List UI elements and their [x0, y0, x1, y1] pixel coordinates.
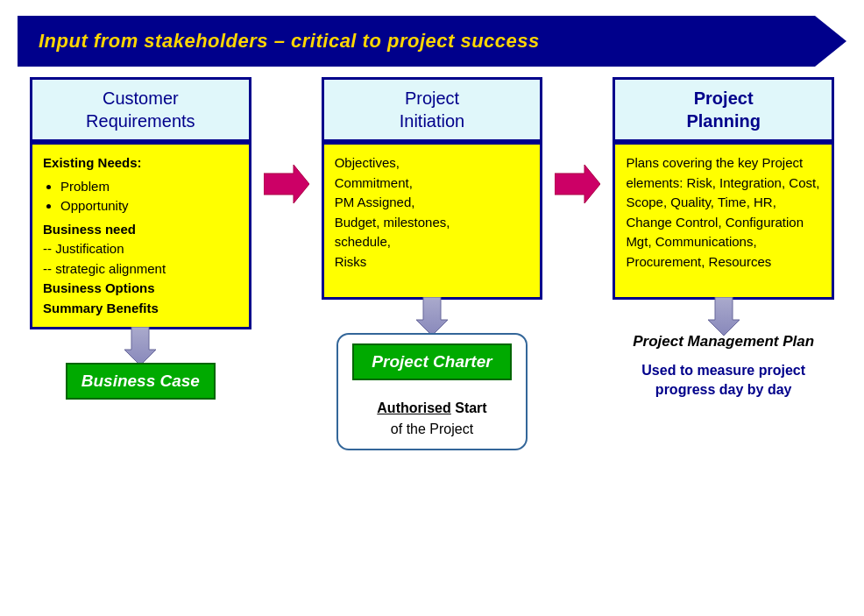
output-project-charter: Project Charter Authorised Start of the … — [336, 333, 527, 450]
banner-arrow: Input from stakeholders – critical to pr… — [18, 16, 846, 67]
header-bold-planning: ProjectPlanning — [686, 89, 760, 131]
header-text-initiation: ProjectInitiation — [400, 87, 465, 132]
yellow-box-initiation: Objectives, Commitment, PM Assigned, Bud… — [322, 142, 543, 300]
down-arrow-col3 — [708, 300, 740, 333]
authorised-word: Authorised — [377, 400, 450, 415]
summary-benefits-text: Summary Benefits — [43, 301, 159, 315]
list-item-opportunity: Opportunity — [60, 196, 238, 216]
output-business-case: Business Case — [66, 363, 216, 400]
header-project-initiation: ProjectInitiation — [322, 77, 543, 142]
svg-marker-2 — [416, 297, 448, 336]
yellow-box-customer: Existing Needs: Problem Opportunity Busi… — [30, 142, 251, 329]
header-text-planning: ProjectPlanning — [686, 87, 760, 132]
pink-arrow-1-container — [264, 77, 309, 203]
col-customer-requirements: CustomerRequirements Existing Needs: Pro… — [18, 77, 264, 400]
justification-text: -- Justification — [43, 241, 124, 256]
pink-arrow-2-container — [555, 77, 600, 203]
columns-wrapper: CustomerRequirements Existing Needs: Pro… — [18, 77, 846, 450]
svg-marker-4 — [708, 297, 740, 336]
svg-marker-3 — [555, 165, 600, 203]
down-arrow-icon-col1 — [124, 327, 156, 365]
charter-text: Project Charter — [372, 352, 492, 372]
banner-row: Input from stakeholders – critical to pr… — [18, 16, 846, 67]
header-text-customer: CustomerRequirements — [86, 87, 195, 132]
charter-green-box: Project Charter — [352, 343, 511, 380]
pm-plan-text: Project Management Plan — [633, 333, 814, 350]
header-customer-requirements: CustomerRequirements — [30, 77, 251, 142]
down-arrow-icon-col2 — [416, 297, 448, 336]
col-project-initiation: ProjectInitiation Objectives, Commitment… — [309, 77, 556, 450]
down-arrow-icon-col3 — [708, 297, 740, 336]
pink-arrow-1-icon — [264, 165, 309, 203]
strategic-alignment-text: -- strategic alignment — [43, 261, 166, 276]
authorised-start-text: Authorised Start of the Project — [377, 398, 486, 440]
down-arrow-col2 — [416, 300, 448, 333]
of-the-project: of the Project — [391, 421, 473, 436]
yellow-box-planning: Plans covering the key Project elements:… — [613, 142, 834, 300]
down-arrow-col1 — [124, 329, 156, 363]
header-project-planning: ProjectPlanning — [613, 77, 834, 142]
svg-marker-0 — [124, 327, 156, 365]
start-word: Start — [455, 400, 486, 415]
pm-measure-text: Used to measure projectprogress day by d… — [641, 361, 805, 400]
svg-marker-1 — [264, 165, 309, 203]
existing-needs-list: Problem Opportunity — [43, 177, 238, 216]
business-case-text: Business Case — [81, 372, 200, 391]
banner-text: Input from stakeholders – critical to pr… — [39, 30, 540, 53]
col-project-planning: ProjectPlanning Plans covering the key P… — [600, 77, 846, 400]
business-need-heading: Business need — [43, 222, 136, 237]
main-container: Input from stakeholders – critical to pr… — [0, 0, 864, 616]
business-options-text: Business Options — [43, 280, 155, 295]
output-pm-plan: Project Management Plan Used to measure … — [633, 333, 814, 400]
pink-arrow-2-icon — [555, 165, 600, 203]
list-item-problem: Problem — [60, 177, 238, 197]
